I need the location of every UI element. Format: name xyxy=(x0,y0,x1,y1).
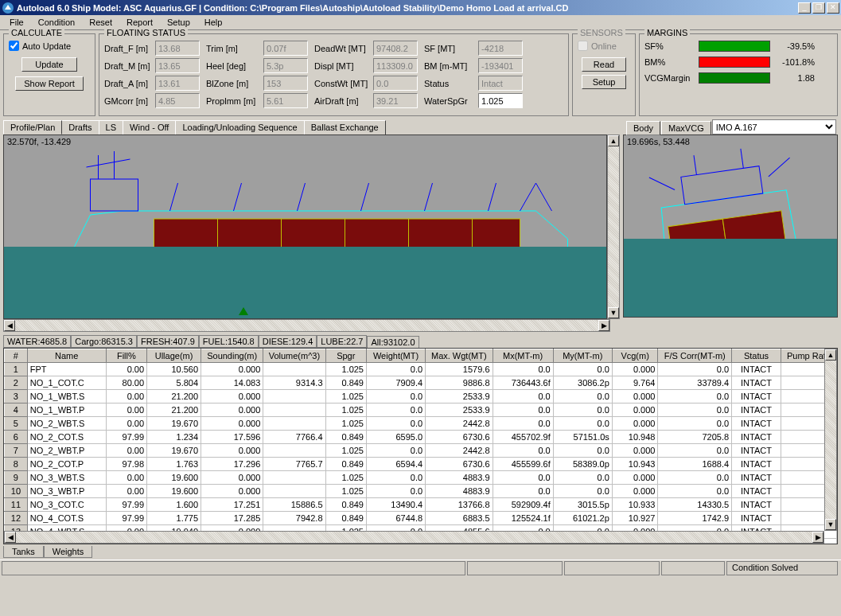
table-row[interactable]: 2NO_1_COT.C80.005.80414.0839314.30.84979… xyxy=(5,376,837,390)
minimize-button[interactable]: _ xyxy=(798,2,811,14)
grid-header[interactable]: Vcg(m) xyxy=(612,349,658,363)
tab-loading-sequence[interactable]: Loading/Unloading Sequence xyxy=(175,120,304,135)
menu-condition[interactable]: Condition xyxy=(32,16,81,29)
trim-field xyxy=(263,41,308,56)
tab-tanks[interactable]: Tanks xyxy=(3,546,44,558)
summary-tab[interactable]: Cargo:86315.3 xyxy=(71,335,137,348)
heel-field xyxy=(263,58,308,73)
gmcorr-field xyxy=(155,93,200,108)
draft-a-field xyxy=(155,76,200,91)
maximize-button[interactable]: ❐ xyxy=(812,2,825,14)
online-checkbox[interactable]: Online xyxy=(578,41,630,51)
grid-header[interactable]: Fill% xyxy=(106,349,146,363)
table-row[interactable]: 4NO_1_WBT.P0.0021.2000.0001.0250.02533.9… xyxy=(5,404,837,417)
deadwt-field xyxy=(373,41,418,56)
tab-maxvcg[interactable]: MaxVCG xyxy=(661,121,711,135)
table-row[interactable]: 10NO_3_WBT.P0.0019.6000.0001.0250.04883.… xyxy=(5,485,837,498)
maxvcg-select[interactable]: IMO A.167 xyxy=(712,119,836,135)
tanks-grid[interactable]: #NameFill%Ullage(m)Sounding(m)Volume(m^3… xyxy=(3,348,838,544)
table-row[interactable]: 11NO_3_COT.C97.991.60017.25115886.50.849… xyxy=(5,498,837,512)
read-button[interactable]: Read xyxy=(582,57,626,72)
title-bar: Autoload 6.0 Ship Model: ASC Aquarius.GF… xyxy=(0,0,841,15)
profile-vscroll[interactable]: ▲▼ xyxy=(607,135,620,319)
svg-line-4 xyxy=(87,159,130,167)
menu-file[interactable]: File xyxy=(3,16,30,29)
grid-header[interactable]: F/S Corr(MT-m) xyxy=(658,349,732,363)
setup-button[interactable]: Setup xyxy=(582,75,626,89)
tab-body[interactable]: Body xyxy=(626,121,660,135)
svg-line-23 xyxy=(694,155,696,175)
table-row[interactable]: 6NO_2_COT.S97.991.23417.5967766.40.84965… xyxy=(5,431,837,444)
grid-header[interactable]: Volume(m^3) xyxy=(263,349,325,363)
draft-m-field xyxy=(155,58,200,73)
menu-report[interactable]: Report xyxy=(120,16,159,29)
svg-line-25 xyxy=(649,174,675,193)
sf-field xyxy=(478,41,523,56)
profile-viewport[interactable]: 32.570f, -13.429 xyxy=(3,135,607,319)
calculate-group: CALCULATE Auto Update Update Show Report xyxy=(3,33,95,116)
svg-rect-1 xyxy=(91,179,138,211)
grid-header[interactable]: Name xyxy=(27,349,106,363)
margin-bar xyxy=(699,57,770,68)
auto-update-checkbox[interactable]: Auto Update xyxy=(9,41,90,51)
grid-header[interactable]: Spgr xyxy=(325,349,366,363)
svg-line-24 xyxy=(741,149,743,169)
window-title: Autoload 6.0 Ship Model: ASC Aquarius.GF… xyxy=(17,3,798,13)
menu-setup[interactable]: Setup xyxy=(161,16,197,29)
menu-help[interactable]: Help xyxy=(198,16,229,29)
margin-bar xyxy=(699,72,770,84)
grid-vscroll[interactable]: ▲▼ xyxy=(824,349,837,531)
table-row[interactable]: 5NO_2_WBT.S0.0019.6700.0001.0250.02442.8… xyxy=(5,417,837,431)
tab-weights[interactable]: Weights xyxy=(44,546,93,558)
body-viewport[interactable]: 19.696s, 53.448 xyxy=(623,135,838,318)
update-button[interactable]: Update xyxy=(21,57,77,72)
grid-header[interactable]: Mx(MT-m) xyxy=(493,349,553,363)
summary-tabs: WATER:4685.8Cargo:86315.3FRESH:407.9FUEL… xyxy=(3,335,838,348)
profile-coords: 32.570f, -13.429 xyxy=(7,137,71,146)
grid-header[interactable]: My(MT-m) xyxy=(553,349,612,363)
draft-f-field xyxy=(155,41,200,56)
waterspgr-field[interactable] xyxy=(478,93,523,108)
summary-tab[interactable]: FRESH:407.9 xyxy=(137,335,199,348)
tab-profile-plan[interactable]: Profile/Plan xyxy=(3,120,62,135)
table-row[interactable]: 8NO_2_COT.P97.981.76317.2967765.70.84965… xyxy=(5,458,837,471)
sensors-group: SENSORS Online Read Setup xyxy=(572,33,636,116)
grid-header[interactable]: Weight(MT) xyxy=(366,349,425,363)
table-row[interactable]: 1FPT0.0010.5600.0001.0250.01579.60.00.00… xyxy=(5,363,837,376)
tab-ballast-exchange[interactable]: Ballast Exchange xyxy=(304,120,386,135)
airdraft-field xyxy=(373,93,418,108)
table-row[interactable]: 12NO_4_COT.S97.991.77517.2857942.80.8496… xyxy=(5,512,837,525)
bm-field xyxy=(478,58,523,73)
svg-rect-22 xyxy=(681,166,763,205)
summary-tab[interactable]: FUEL:1540.8 xyxy=(199,335,259,348)
profile-hscroll[interactable]: ◀▶ xyxy=(3,319,610,332)
app-icon xyxy=(2,2,14,14)
summary-tab[interactable]: DIESE:129.4 xyxy=(259,335,317,348)
summary-tab[interactable]: All:93102.0 xyxy=(367,336,419,349)
margins-group: MARGINS SF%-39.5%BM%-101.8%VCGMargin1.88 xyxy=(639,33,838,116)
bottom-tabs: Tanks Weights xyxy=(3,546,838,558)
close-button[interactable]: ✕ xyxy=(827,2,839,14)
svg-line-8 xyxy=(361,183,369,211)
summary-tab[interactable]: WATER:4685.8 xyxy=(3,335,71,348)
table-row[interactable]: 9NO_3_WBT.S0.0019.6000.0001.0250.04883.9… xyxy=(5,471,837,485)
grid-header[interactable]: # xyxy=(5,349,28,363)
menu-reset[interactable]: Reset xyxy=(83,16,119,29)
status-field xyxy=(478,76,523,91)
grid-header[interactable]: Max. Wgt(MT) xyxy=(426,349,493,363)
grid-header[interactable]: Status xyxy=(732,349,781,363)
svg-line-10 xyxy=(489,183,496,211)
tab-drafts[interactable]: Drafts xyxy=(61,120,99,135)
tab-ls[interactable]: LS xyxy=(99,120,123,135)
status-bar: Condition Solved xyxy=(0,559,841,575)
proplmm-field xyxy=(263,93,308,108)
grid-header[interactable]: Sounding(m) xyxy=(201,349,263,363)
show-report-button[interactable]: Show Report xyxy=(15,76,84,91)
table-row[interactable]: 7NO_2_WBT.P0.0019.6700.0001.0250.02442.8… xyxy=(5,444,837,458)
summary-tab[interactable]: LUBE:22.7 xyxy=(317,335,367,348)
table-row[interactable]: 3NO_1_WBT.S0.0021.2000.0001.0250.02533.9… xyxy=(5,390,837,404)
blzone-field xyxy=(263,76,308,91)
tab-wind-off[interactable]: Wind - Off xyxy=(123,120,176,135)
grid-hscroll[interactable]: ◀▶ xyxy=(4,531,824,544)
grid-header[interactable]: Ullage(m) xyxy=(147,349,201,363)
